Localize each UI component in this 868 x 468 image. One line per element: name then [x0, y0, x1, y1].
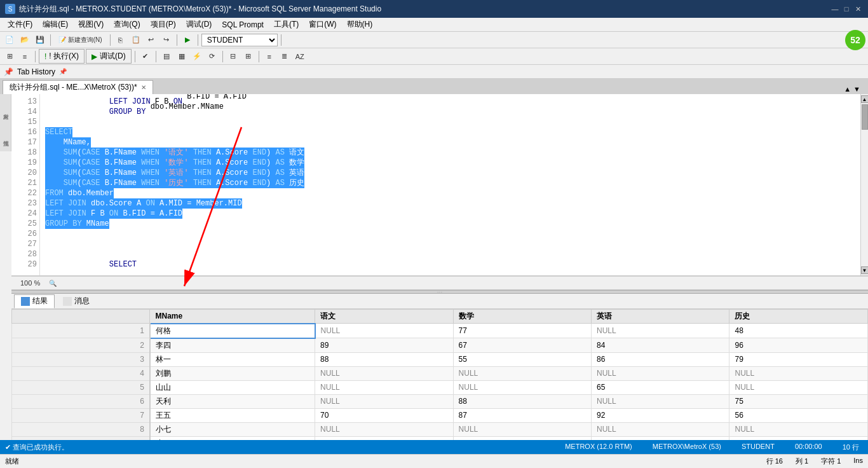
tab-history-pin[interactable]: 📌 — [59, 68, 67, 75]
pin-icon: 📌 — [4, 67, 13, 76]
lishi-cell: 96 — [729, 338, 868, 353]
yingyu-cell: NULL — [592, 366, 729, 380]
lishi-cell: 56 — [729, 408, 868, 422]
database-selector[interactable]: STUDENT — [201, 34, 278, 46]
tb2-icon4[interactable]: ▦ — [175, 50, 189, 64]
tb2-sort[interactable]: ≣ — [278, 50, 292, 64]
menu-query[interactable]: 查询(Q) — [109, 18, 145, 31]
tb2-icon7[interactable]: ⊟ — [226, 50, 240, 64]
run-btn[interactable]: ▶ — [180, 33, 194, 47]
menu-bar: 文件(F) 编辑(E) 视图(V) 查询(Q) 项目(P) 调试(D) SQL … — [0, 18, 868, 32]
shuxue-cell: 55 — [453, 352, 591, 366]
open-btn[interactable]: 📂 — [18, 33, 32, 47]
yuwen-cell: NULL — [315, 422, 453, 436]
nav-arrows[interactable]: ▲ ▼ — [839, 84, 865, 94]
menu-edit[interactable]: 编辑(E) — [37, 18, 73, 31]
yingyu-cell: NULL — [592, 394, 729, 408]
code-line-20: SUM(CASE B.FName WHEN '英语' THEN A.Score … — [45, 168, 855, 178]
tb2-icon1[interactable]: ⊞ — [3, 50, 17, 64]
code-line-14: GROUP BY dbo.Member.MName — [45, 107, 855, 117]
bottom-right: 行 16 列 1 字符 1 Ins — [766, 457, 863, 466]
yingyu-cell: 65 — [592, 380, 729, 394]
bottom-mode: Ins — [853, 457, 863, 466]
check-btn[interactable]: ✔ — [139, 50, 153, 64]
row-num-cell: 6 — [12, 394, 150, 408]
doc-tab-main[interactable]: 统计并分组.sql - ME...X\MetroX (53))* ✕ — [3, 80, 153, 94]
nav-down-arrow[interactable]: ▼ — [853, 85, 860, 93]
tb2-icon8[interactable]: ⊞ — [241, 50, 255, 64]
mname-cell: 何格 — [150, 324, 315, 338]
app-icon: S — [5, 4, 15, 14]
execute-button[interactable]: ! ! 执行(X) — [39, 49, 85, 64]
scroll-down-btn[interactable]: ▼ — [861, 266, 869, 274]
menu-view[interactable]: 视图(V) — [73, 18, 109, 31]
mname-cell: 李四 — [150, 338, 315, 353]
sep5 — [281, 34, 281, 46]
yingyu-cell: NULL — [592, 422, 729, 436]
maximize-button[interactable]: □ — [841, 4, 851, 14]
col-rownum — [12, 310, 150, 324]
sep8 — [156, 51, 156, 62]
table-row: 2李四89678496 — [12, 338, 868, 353]
scroll-up-btn[interactable]: ▲ — [861, 95, 869, 103]
save-btn[interactable]: 💾 — [33, 33, 47, 47]
mname-cell: 王五 — [150, 408, 315, 422]
table-row: 6天利NULL88NULL75 — [12, 394, 868, 408]
close-button[interactable]: ✕ — [853, 4, 863, 14]
minimize-button[interactable]: — — [830, 4, 840, 14]
row-num-cell: 8 — [12, 422, 150, 436]
new-btn[interactable]: 📄 — [3, 33, 17, 47]
menu-file[interactable]: 文件(F) — [3, 18, 37, 31]
copy-btn[interactable]: ⎘ — [114, 33, 128, 47]
col-yingyu: 英语 — [592, 310, 729, 324]
tb2-icon6[interactable]: ⟳ — [205, 50, 219, 64]
debug-button[interactable]: ▶ 调试(D) — [86, 49, 132, 64]
sep6 — [35, 51, 36, 62]
status-bar: ✔ 查询已成功执行。 METROX (12.0 RTM) METROX\Metr… — [0, 440, 868, 454]
tb2-icon5[interactable]: ⚡ — [190, 50, 204, 64]
menu-project[interactable]: 项目(P) — [146, 18, 181, 31]
tb2-align[interactable]: ≡ — [262, 50, 276, 64]
code-line-17: MName, — [45, 137, 855, 148]
col-shuxue: 数学 — [453, 310, 591, 324]
editor-scrollbar[interactable]: ▲ ▼ — [860, 94, 868, 275]
results-table-wrapper[interactable]: MName 语文 数学 英语 历史 1何格NULL77NULL482李四8967… — [11, 309, 868, 440]
menu-tools[interactable]: 工具(T) — [269, 18, 304, 31]
code-line-18: SUM(CASE B.FName WHEN '语文' THEN A.Score … — [45, 148, 855, 158]
sidebar-icon-2[interactable]: 属性 — [1, 123, 10, 149]
query-success-msg: ✔ 查询已成功执行。 — [5, 443, 69, 452]
zoom-icon[interactable]: 🔍 — [49, 280, 57, 287]
menu-help[interactable]: 帮助(H) — [342, 18, 378, 31]
code-line-25: GROUP BY MName — [45, 219, 855, 229]
results-tab-results[interactable]: 结果 — [14, 294, 55, 308]
lishi-cell: 79 — [729, 352, 868, 366]
doc-tab-close[interactable]: ✕ — [141, 84, 146, 91]
doc-tab-bar: 统计并分组.sql - ME...X\MetroX (53))* ✕ ▲ ▼ — [0, 79, 868, 94]
toolbar-query: ⊞ ≡ ! ! 执行(X) ▶ 调试(D) ✔ ▤ ▦ ⚡ ⟳ ⊟ ⊞ ≡ ≣ … — [0, 48, 868, 65]
window-controls[interactable]: — □ ✕ — [830, 4, 863, 14]
sep4 — [198, 34, 198, 46]
shuxue-cell: NULL — [453, 366, 591, 380]
mname-cell: 林一 — [150, 352, 315, 366]
sidebar-icon-1[interactable]: 对象 — [1, 97, 10, 122]
lishi-cell: NULL — [729, 380, 868, 394]
lishi-cell: NULL — [729, 422, 868, 436]
scroll-thumb[interactable] — [862, 104, 868, 130]
code-line-29: SELECT — [45, 259, 855, 270]
menu-debug[interactable]: 调试(D) — [181, 18, 217, 31]
redo-btn[interactable]: ↪ — [159, 33, 173, 47]
tb2-icon3[interactable]: ▤ — [159, 50, 173, 64]
paste-btn[interactable]: 📋 — [129, 33, 143, 47]
tb2-icon2[interactable]: ≡ — [18, 50, 32, 64]
nav-up-arrow[interactable]: ▲ — [844, 85, 851, 93]
tb2-az[interactable]: AZ — [293, 50, 307, 64]
menu-sqlprompt[interactable]: SQL Prompt — [217, 19, 269, 31]
tab-history-label: Tab History — [17, 67, 55, 76]
results-tab-messages[interactable]: 消息 — [56, 294, 97, 308]
bottom-row: 行 16 — [766, 457, 783, 466]
bottom-char: 字符 1 — [821, 457, 841, 466]
editor-text[interactable]: LEFT JOIN F B ON B.FID = A.FID GROUP BY … — [40, 94, 860, 275]
menu-window[interactable]: 窗口(W) — [304, 18, 341, 31]
undo-btn[interactable]: ↩ — [144, 33, 158, 47]
new-query-btn[interactable]: 📝 新建查询(N) — [54, 33, 107, 47]
